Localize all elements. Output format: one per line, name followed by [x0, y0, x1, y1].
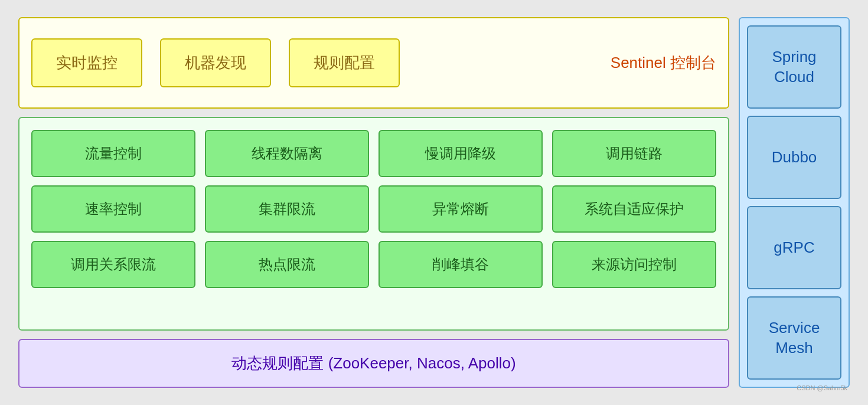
- service-mesh-box: ServiceMesh: [747, 296, 841, 380]
- realtime-monitor-box: 实时监控: [31, 38, 142, 87]
- spring-cloud-box: SpringCloud: [747, 25, 841, 109]
- feature-source-access-control: 来源访问控制: [552, 241, 716, 288]
- features-row-1: 流量控制 线程数隔离 慢调用降级 调用链路: [31, 130, 716, 177]
- dynamic-rules-section: 动态规则配置 (ZooKeeper, Nacos, Apollo): [18, 339, 729, 388]
- feature-circuit-breaker: 异常熔断: [378, 185, 543, 233]
- feature-peak-shaving: 削峰填谷: [378, 241, 543, 288]
- left-panel: 实时监控 机器发现 规则配置 Sentinel 控制台 流量控制 线程数隔离 慢…: [18, 17, 729, 388]
- sentinel-boxes: 实时监控 机器发现 规则配置: [31, 38, 400, 87]
- feature-call-chain: 调用链路: [552, 130, 716, 177]
- feature-system-adaptive: 系统自适应保护: [552, 185, 716, 233]
- features-row-3: 调用关系限流 热点限流 削峰填谷 来源访问控制: [31, 241, 716, 288]
- features-section: 流量控制 线程数隔离 慢调用降级 调用链路 速率控制 集群限流 异常熔断 系统自…: [18, 117, 729, 331]
- sentinel-label: Sentinel 控制台: [611, 53, 716, 73]
- sentinel-section: 实时监控 机器发现 规则配置 Sentinel 控制台: [18, 17, 729, 109]
- feature-slow-call-degradation: 慢调用降级: [378, 130, 543, 177]
- feature-hotspot-limit: 热点限流: [205, 241, 369, 288]
- feature-rate-control: 速率控制: [31, 185, 195, 233]
- rule-config-box: 规则配置: [289, 38, 400, 87]
- features-row-2: 速率控制 集群限流 异常熔断 系统自适应保护: [31, 185, 716, 233]
- machine-discovery-box: 机器发现: [160, 38, 271, 87]
- feature-flow-control: 流量控制: [31, 130, 195, 177]
- watermark: CSDN @Sahm5k: [797, 384, 847, 391]
- feature-thread-isolation: 线程数隔离: [205, 130, 369, 177]
- feature-call-relation-limit: 调用关系限流: [31, 241, 195, 288]
- grpc-box: gRPC: [747, 206, 841, 289]
- dubbo-box: Dubbo: [747, 116, 841, 199]
- feature-cluster-limit: 集群限流: [205, 185, 369, 233]
- right-panel: SpringCloud Dubbo gRPC ServiceMesh: [739, 17, 850, 388]
